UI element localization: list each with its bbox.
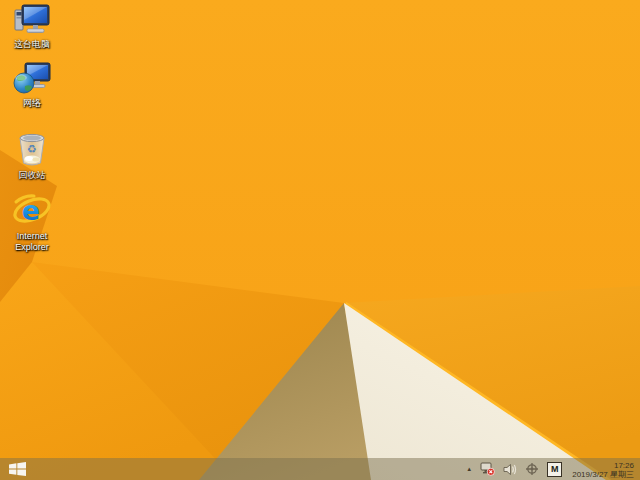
recycle-bin-icon: ♻ <box>16 132 48 168</box>
wallpaper <box>0 0 640 480</box>
svg-text:♻: ♻ <box>27 143 37 155</box>
network-disconnected-icon[interactable] <box>480 458 495 480</box>
windows-logo-icon <box>9 462 26 476</box>
desktop-icon-this-pc[interactable]: 这台电脑 <box>0 3 64 50</box>
ime-mode-letter: M <box>547 462 562 477</box>
system-tray: ▲ M <box>466 458 640 480</box>
svg-text:e: e <box>22 195 40 226</box>
start-button[interactable] <box>0 458 34 480</box>
taskbar: ▲ M <box>0 458 640 480</box>
desktop-icon-label: 网络 <box>23 98 41 109</box>
desktop-icon-label: Internet Explorer <box>1 231 63 253</box>
volume-icon[interactable] <box>503 458 517 480</box>
desktop-icon-internet-explorer[interactable]: e Internet Explorer <box>0 193 64 253</box>
show-hidden-icons-button[interactable]: ▲ <box>466 458 472 480</box>
taskbar-clock[interactable]: 17:26 2019/3/27 星期三 <box>570 459 636 480</box>
network-icon <box>13 62 51 96</box>
desktop-icon-recycle-bin[interactable]: ♻ 回收站 <box>0 132 64 181</box>
clock-time: 17:26 <box>572 461 634 470</box>
this-pc-icon <box>13 3 51 37</box>
desktop: { "desktop": { "icons": [ { "name": "thi… <box>0 0 640 480</box>
safely-remove-hardware-icon[interactable] <box>525 458 539 480</box>
desktop-icon-label: 这台电脑 <box>14 39 50 50</box>
clock-date: 2019/3/27 星期三 <box>572 470 634 479</box>
ime-indicator[interactable]: M <box>547 458 562 480</box>
desktop-icon-label: 回收站 <box>19 170 46 181</box>
desktop-icon-network[interactable]: 网络 <box>0 62 64 109</box>
internet-explorer-icon: e <box>12 193 52 229</box>
